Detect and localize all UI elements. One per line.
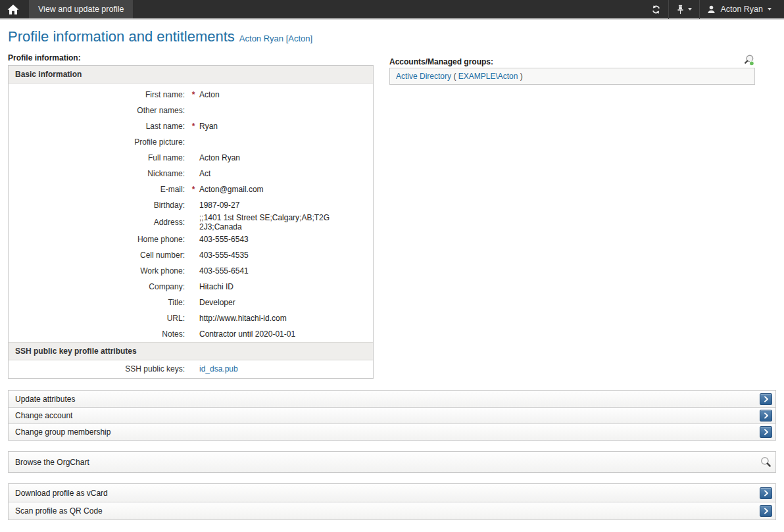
profile-field-row: Company: Hitachi ID <box>9 279 373 295</box>
profile-field-row: E-mail: * Acton@gmail.com <box>9 181 373 197</box>
action-row[interactable]: Scan profile as QR Code <box>9 502 775 520</box>
profile-field-row: Profile picture: <box>9 134 373 150</box>
action-label: Update attributes <box>15 395 75 404</box>
required-asterisk <box>187 103 199 118</box>
field-value: 403-555-4535 <box>199 247 373 263</box>
field-label: Work phone: <box>9 263 187 279</box>
field-label: Full name: <box>9 150 187 166</box>
action-row[interactable]: Update attributes <box>9 391 775 407</box>
ssh-attributes-header: SSH public key profile attributes <box>9 342 373 360</box>
profile-field-row: Full name: Acton Ryan <box>9 150 373 166</box>
field-value: Acton Ryan <box>199 150 373 166</box>
page-subtitle: Acton Ryan [Acton] <box>239 34 312 43</box>
profile-field-row: Nickname: Act <box>9 166 373 181</box>
profile-field-row: Title: Developer <box>9 295 373 310</box>
field-value: Act <box>199 166 373 181</box>
user-icon <box>707 5 716 14</box>
nav-view-update-profile[interactable]: View and update profile <box>29 0 133 18</box>
required-asterisk <box>187 326 199 342</box>
field-label: Home phone: <box>9 231 187 247</box>
field-label: URL: <box>9 310 187 326</box>
field-value: 1987-09-27 <box>199 197 373 213</box>
required-asterisk <box>187 263 199 279</box>
required-asterisk: * <box>187 181 199 197</box>
paren-open: ( <box>453 72 456 81</box>
arrow-right-icon[interactable] <box>760 505 772 517</box>
action-row[interactable]: Change account <box>9 407 775 423</box>
profile-field-row: Work phone: 403-555-6541 <box>9 263 373 279</box>
action-row[interactable]: Download profile as vCard <box>9 484 775 502</box>
page-title: Profile information and entitlementsActo… <box>8 28 776 47</box>
action-label: Scan profile as QR Code <box>15 506 103 516</box>
field-value: Acton@gmail.com <box>199 181 373 197</box>
required-asterisk <box>187 361 199 377</box>
required-asterisk <box>187 295 199 310</box>
action-group-3: Download profile as vCard Scan profile a… <box>8 483 776 520</box>
action-label: Download profile as vCard <box>15 489 108 498</box>
required-asterisk <box>187 231 199 247</box>
profile-field-row: Notes: Contractor until 2020-01-01 <box>9 326 373 342</box>
action-label: Browse the OrgChart <box>15 458 89 467</box>
field-value: Ryan <box>199 118 373 134</box>
accounts-managed-groups-label: Accounts/Managed groups: <box>389 57 493 66</box>
arrow-right-icon[interactable] <box>760 410 772 422</box>
action-label: Change group membership <box>15 427 110 437</box>
required-asterisk <box>187 247 199 263</box>
action-row[interactable]: Change group membership <box>9 423 775 440</box>
required-asterisk: * <box>187 87 199 103</box>
field-value: 403-555-6543 <box>199 231 373 247</box>
field-label: Birthday: <box>9 197 187 213</box>
field-value: 403-555-6541 <box>199 263 373 279</box>
field-label: First name: <box>9 87 187 103</box>
required-asterisk: * <box>187 118 199 134</box>
action-group-orgchart: Browse the OrgChart <box>8 451 776 473</box>
account-link[interactable]: EXAMPLE\Acton <box>458 72 518 81</box>
field-label: Title: <box>9 295 187 310</box>
profile-field-row: Cell number: 403-555-4535 <box>9 247 373 263</box>
basic-information-header: Basic information <box>9 66 373 84</box>
required-asterisk <box>187 213 199 231</box>
required-asterisk <box>187 134 199 150</box>
profile-field-row: Last name: * Ryan <box>9 118 373 134</box>
field-label: Company: <box>9 279 187 295</box>
profile-field-row: First name: * Acton <box>9 87 373 103</box>
ssh-key-link[interactable]: id_dsa.pub <box>199 364 238 374</box>
required-asterisk <box>187 197 199 213</box>
profile-field-row: Birthday: 1987-09-27 <box>9 197 373 213</box>
field-label: Last name: <box>9 118 187 134</box>
field-value: Contractor until 2020-01-01 <box>199 326 373 342</box>
user-name: Acton Ryan <box>720 5 763 14</box>
home-icon[interactable] <box>0 0 26 18</box>
arrow-right-icon[interactable] <box>760 487 772 499</box>
field-label: E-mail: <box>9 181 187 197</box>
arrow-right-icon[interactable] <box>760 393 772 405</box>
field-label: Address: <box>9 213 187 231</box>
paren-close: ) <box>520 72 523 81</box>
profile-information-label: Profile information: <box>8 53 374 62</box>
profile-field-row: URL: http://www.hitachi-id.com <box>9 310 373 326</box>
field-value: Hitachi ID <box>199 279 373 295</box>
action-label: Change account <box>15 411 72 420</box>
arrow-right-icon[interactable] <box>760 426 772 438</box>
target-system-link[interactable]: Active Directory <box>396 72 451 81</box>
required-asterisk <box>187 166 199 181</box>
pin-menu[interactable] <box>669 0 699 19</box>
user-menu[interactable]: Acton Ryan <box>700 0 779 19</box>
refresh-icon[interactable] <box>644 0 668 19</box>
browse-orgchart-row[interactable]: Browse the OrgChart <box>9 452 775 472</box>
required-asterisk <box>187 310 199 326</box>
account-entry: Active Directory ( EXAMPLE\Acton ) <box>389 68 755 85</box>
field-label: Nickname: <box>9 166 187 181</box>
field-label: SSH public keys: <box>9 361 187 377</box>
search-add-icon[interactable] <box>743 54 755 66</box>
field-value: ;;1401 1st Street SE;Calgary;AB;T2G 2J3;… <box>199 213 373 231</box>
field-value <box>199 103 373 118</box>
pin-icon <box>676 5 685 14</box>
profile-field-row: Home phone: 403-555-6543 <box>9 231 373 247</box>
basic-info-fields: First name: * Acton Other names: Last na… <box>9 87 373 342</box>
page-title-text: Profile information and entitlements <box>8 28 235 45</box>
field-label: Profile picture: <box>9 134 187 150</box>
ssh-fields: SSH public keys: id_dsa.pub <box>9 361 373 377</box>
field-value: Developer <box>199 295 373 310</box>
profile-field-row: Other names: <box>9 103 373 118</box>
